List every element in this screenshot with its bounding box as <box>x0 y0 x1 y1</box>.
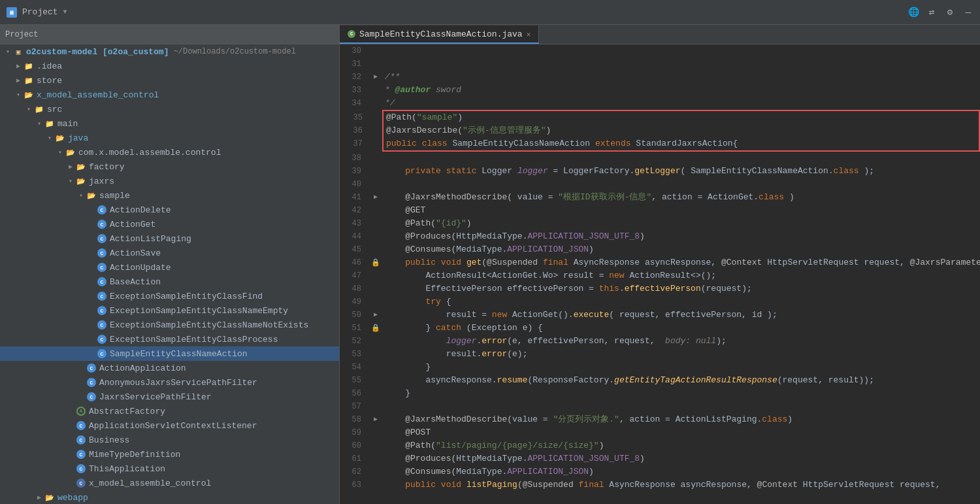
sidebar-item-business[interactable]: C Business <box>0 433 339 447</box>
xmodel-class-label: x_model_assemble_control <box>89 479 211 488</box>
highlight-region: 35 @Path("sample") 36 @JaxrsDescribe("示例… <box>382 110 980 152</box>
line-number: 60 <box>340 439 369 452</box>
sidebar-item-anon-jaxrs[interactable]: C AnonymousJaxrsServicePathFilter <box>0 375 339 390</box>
line-content: @JaxrsMethodDescribe(value = "分页列示对象.", … <box>382 413 980 426</box>
no-arrow <box>86 264 97 271</box>
sidebar-item-main[interactable]: ▾ 📁 main <box>0 116 339 131</box>
line-number: 43 <box>340 217 369 230</box>
line-number: 47 <box>340 269 369 282</box>
sidebar-item-action-save[interactable]: C ActionSave <box>0 246 339 260</box>
action-delete-label: ActionDelete <box>110 205 171 215</box>
sidebar-content[interactable]: ▾ ▣ o2custom-model [o2oa_custom] ~/Downl… <box>0 44 339 504</box>
src-label: src <box>47 105 62 114</box>
class-icon: C <box>76 435 86 445</box>
line-content: * @author sword <box>382 84 980 97</box>
line-number: 58 <box>340 413 369 426</box>
sidebar-item-action-list-paging[interactable]: C ActionListPaging <box>0 231 339 246</box>
sidebar-item-app-servlet[interactable]: C ApplicationServletContextListener <box>0 418 339 433</box>
tab-label: SampleEntityClassNameAction.java <box>359 29 523 39</box>
sidebar-item-base-action[interactable]: C BaseAction <box>0 275 339 289</box>
code-line-38: 38 <box>340 152 980 165</box>
no-arrow <box>86 350 97 358</box>
line-number: 57 <box>340 400 369 413</box>
code-line-58: 58 ▶ @JaxrsMethodDescribe(value = "分页列示对… <box>340 413 980 426</box>
sync-icon[interactable]: ⇄ <box>926 7 937 18</box>
sidebar-item-action-app[interactable]: C ActionApplication <box>0 361 339 375</box>
main-label: main <box>57 119 78 129</box>
no-arrow <box>76 365 86 372</box>
no-arrow <box>86 322 97 329</box>
tab-close-button[interactable]: ✕ <box>527 30 531 39</box>
line-gutter: ▶ <box>369 309 382 322</box>
sidebar-item-xmodel[interactable]: ▾ 📂 x_model_assemble_control <box>0 88 339 102</box>
folder-icon: 📁 <box>24 75 34 86</box>
no-arrow <box>86 278 97 286</box>
root-path: ~/Downloads/o2custom-model <box>169 47 295 56</box>
project-label[interactable]: Project <box>22 7 58 17</box>
line-number: 32 <box>340 71 369 84</box>
sidebar-item-java[interactable]: ▾ 📂 java <box>0 131 339 145</box>
project-folder-icon: ▣ <box>13 46 24 57</box>
folder-blue-icon: 📂 <box>86 190 97 201</box>
code-line-53: 53 result.error(e); <box>340 348 980 361</box>
abstract-factory-label: AbstractFactory <box>89 407 165 416</box>
anon-jaxrs-label: AnonymousJaxrsServicePathFilter <box>99 378 257 388</box>
folder-icon: 📁 <box>34 104 44 114</box>
settings-icon[interactable]: ⚙ <box>945 7 955 18</box>
sidebar-item-this-app[interactable]: C ThisApplication <box>0 462 339 476</box>
line-content: asyncResponse.resume(ResponseFactory.get… <box>382 374 980 387</box>
class-icon: C <box>76 449 86 460</box>
code-line-34: 34 */ <box>340 97 980 110</box>
class-icon: C <box>97 277 107 287</box>
line-number: 55 <box>340 374 369 387</box>
no-arrow <box>86 221 97 228</box>
class-icon: C <box>86 377 97 388</box>
line-content: @Consumes(MediaType.APPLICATION_JSON) <box>382 243 980 256</box>
sidebar-item-package[interactable]: ▾ 📂 com.x.model.assemble.control <box>0 145 339 160</box>
sidebar-item-abstract-factory[interactable]: A AbstractFactory <box>0 404 339 418</box>
sidebar-item-xmodel-class[interactable]: C x_model_assemble_control <box>0 476 339 490</box>
sidebar-item-root[interactable]: ▾ ▣ o2custom-model [o2oa_custom] ~/Downl… <box>0 44 339 59</box>
sidebar-item-sample[interactable]: ▾ 📂 sample <box>0 188 339 203</box>
line-content: */ <box>382 97 980 110</box>
sidebar-item-action-delete[interactable]: C ActionDelete <box>0 203 339 217</box>
class-icon: C <box>97 248 107 258</box>
sidebar-item-store[interactable]: ▶ 📁 store <box>0 73 339 88</box>
code-line-57: 57 <box>340 400 980 413</box>
code-container[interactable]: 30 31 32 ▶ /** 33 * @author sword <box>340 44 980 504</box>
line-content: @Path("sample") <box>384 111 979 124</box>
sidebar-item-factory[interactable]: ▶ 📂 factory <box>0 160 339 174</box>
sidebar-item-webapp[interactable]: ▶ 📂 webapp <box>0 490 339 504</box>
dropdown-arrow[interactable]: ▼ <box>63 8 67 16</box>
tab-sample-action[interactable]: C SampleEntityClassNameAction.java ✕ <box>340 25 539 44</box>
class-icon: C <box>76 420 86 431</box>
package-label: com.x.model.assemble.control <box>78 148 221 158</box>
sidebar-item-action-update[interactable]: C ActionUpdate <box>0 260 339 275</box>
code-line-63: 63 public void listPaging(@Suspended fin… <box>340 479 980 492</box>
sidebar-item-idea[interactable]: ▶ 📁 .idea <box>0 59 339 73</box>
code-line-43: 43 @Path("{id}") <box>340 217 980 230</box>
no-arrow <box>86 293 97 300</box>
sidebar-item-jaxrs-filter[interactable]: C JaxrsServicePathFilter <box>0 390 339 404</box>
code-line-42: 42 @GET <box>340 204 980 217</box>
minimize-icon[interactable]: — <box>963 7 973 18</box>
globe-icon[interactable]: 🌐 <box>908 7 919 18</box>
folder-icon: 📁 <box>24 61 34 71</box>
store-label: store <box>37 76 62 86</box>
sidebar-item-exc-find[interactable]: C ExceptionSampleEntityClassFind <box>0 289 339 303</box>
code-line-56: 56 } <box>340 387 980 400</box>
java-folder-icon: 📂 <box>55 133 65 143</box>
app-servlet-label: ApplicationServletContextListener <box>89 421 257 431</box>
code-line-37: 37 public class SampleEntityClassNameAct… <box>341 137 979 150</box>
sidebar-item-src[interactable]: ▾ 📁 src <box>0 102 339 116</box>
sidebar-item-exc-empty[interactable]: C ExceptionSampleEntityClassNameEmpty <box>0 303 339 318</box>
line-number: 48 <box>340 282 369 295</box>
sidebar-item-exc-process[interactable]: C ExceptionSampleEntityClassProcess <box>0 332 339 346</box>
line-number: 40 <box>340 178 369 191</box>
code-line-59: 59 @POST <box>340 426 980 439</box>
sidebar-item-jaxrs[interactable]: ▾ 📂 jaxrs <box>0 174 339 188</box>
sidebar-item-sample-action[interactable]: C SampleEntityClassNameAction <box>0 346 339 361</box>
sidebar-item-action-get[interactable]: C ActionGet <box>0 217 339 231</box>
sidebar-item-mime[interactable]: C MimeTypeDefinition <box>0 447 339 462</box>
sidebar-item-exc-not-exists[interactable]: C ExceptionSampleEntityClassNameNotExist… <box>0 318 339 332</box>
